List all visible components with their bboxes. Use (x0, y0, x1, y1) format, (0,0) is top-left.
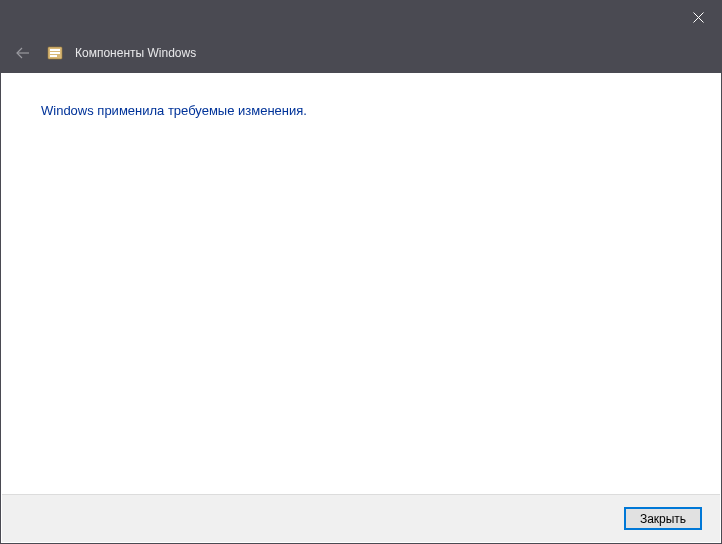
close-button[interactable]: Закрыть (624, 507, 702, 530)
titlebar (1, 1, 721, 33)
svg-rect-5 (50, 52, 60, 54)
dialog-title: Компоненты Windows (75, 46, 196, 60)
dialog-window: Компоненты Windows Windows применила тре… (0, 0, 722, 544)
dialog-header: Компоненты Windows (1, 33, 721, 73)
svg-rect-6 (50, 55, 57, 57)
status-message: Windows применила требуемые изменения. (41, 103, 681, 118)
windows-features-icon (47, 45, 63, 61)
dialog-content: Windows применила требуемые изменения. (1, 73, 721, 493)
close-icon (693, 12, 704, 23)
arrow-left-icon (15, 45, 31, 61)
window-close-button[interactable] (675, 1, 721, 33)
svg-rect-4 (50, 49, 60, 51)
dialog-footer: Закрыть (2, 494, 720, 542)
back-button (11, 41, 35, 65)
